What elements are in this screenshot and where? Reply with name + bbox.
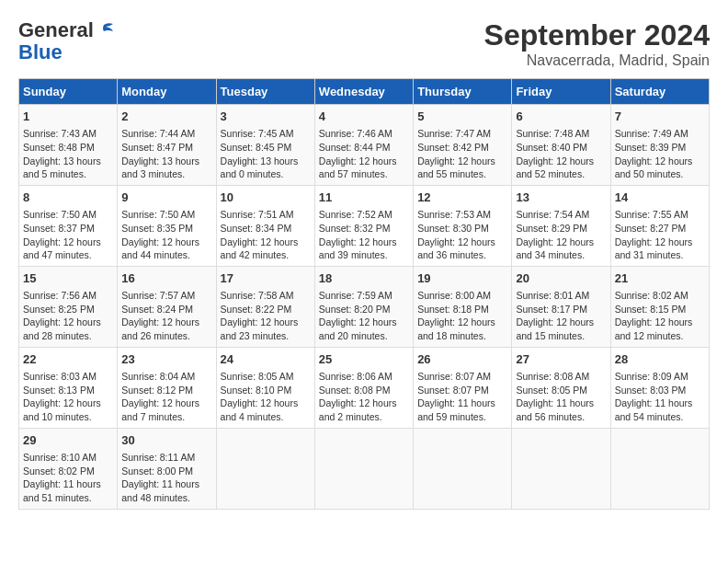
calendar-cell: 6Sunrise: 7:48 AM Sunset: 8:40 PM Daylig…	[512, 105, 610, 186]
logo: General Blue	[18, 18, 116, 63]
calendar-cell: 18Sunrise: 7:59 AM Sunset: 8:20 PM Dayli…	[314, 266, 413, 347]
calendar-cell	[512, 428, 610, 509]
day-info: Sunrise: 7:54 AM Sunset: 8:29 PM Dayligh…	[516, 208, 606, 262]
day-number: 28	[615, 351, 705, 368]
calendar-cell: 25Sunrise: 8:06 AM Sunset: 8:08 PM Dayli…	[314, 347, 413, 428]
day-info: Sunrise: 7:46 AM Sunset: 8:44 PM Dayligh…	[319, 127, 409, 181]
day-info: Sunrise: 7:58 AM Sunset: 8:22 PM Dayligh…	[221, 289, 311, 343]
calendar-cell: 24Sunrise: 8:05 AM Sunset: 8:10 PM Dayli…	[216, 347, 314, 428]
calendar-header-row: SundayMondayTuesdayWednesdayThursdayFrid…	[19, 79, 710, 105]
day-number: 18	[319, 270, 409, 287]
calendar-cell: 19Sunrise: 8:00 AM Sunset: 8:18 PM Dayli…	[414, 266, 512, 347]
calendar-cell: 20Sunrise: 8:01 AM Sunset: 8:17 PM Dayli…	[512, 266, 610, 347]
day-info: Sunrise: 7:48 AM Sunset: 8:40 PM Dayligh…	[516, 127, 606, 181]
logo-blue: Blue	[18, 42, 63, 63]
day-number: 16	[121, 270, 211, 287]
calendar-cell: 27Sunrise: 8:08 AM Sunset: 8:05 PM Dayli…	[512, 347, 610, 428]
calendar-cell: 28Sunrise: 8:09 AM Sunset: 8:03 PM Dayli…	[610, 347, 709, 428]
day-number: 11	[319, 190, 409, 206]
day-number: 30	[121, 432, 211, 449]
day-number: 27	[516, 351, 606, 368]
calendar-cell: 9Sunrise: 7:50 AM Sunset: 8:35 PM Daylig…	[118, 185, 216, 266]
calendar-cell: 7Sunrise: 7:49 AM Sunset: 8:39 PM Daylig…	[610, 105, 709, 186]
day-number: 5	[417, 109, 507, 125]
calendar-cell: 4Sunrise: 7:46 AM Sunset: 8:44 PM Daylig…	[314, 105, 413, 186]
calendar-cell: 10Sunrise: 7:51 AM Sunset: 8:34 PM Dayli…	[216, 185, 314, 266]
calendar-cell	[414, 428, 512, 509]
day-info: Sunrise: 8:06 AM Sunset: 8:08 PM Dayligh…	[319, 370, 409, 424]
day-info: Sunrise: 7:56 AM Sunset: 8:25 PM Dayligh…	[23, 289, 113, 343]
day-number: 20	[516, 270, 606, 287]
calendar-cell: 11Sunrise: 7:52 AM Sunset: 8:32 PM Dayli…	[314, 185, 413, 266]
day-number: 8	[23, 190, 113, 206]
calendar-cell: 21Sunrise: 8:02 AM Sunset: 8:15 PM Dayli…	[610, 266, 709, 347]
calendar-cell: 30Sunrise: 8:11 AM Sunset: 8:00 PM Dayli…	[118, 428, 216, 509]
day-info: Sunrise: 8:08 AM Sunset: 8:05 PM Dayligh…	[516, 370, 606, 424]
day-info: Sunrise: 7:52 AM Sunset: 8:32 PM Dayligh…	[319, 208, 409, 262]
day-number: 10	[221, 190, 311, 206]
calendar-cell: 5Sunrise: 7:47 AM Sunset: 8:42 PM Daylig…	[414, 105, 512, 186]
day-info: Sunrise: 8:01 AM Sunset: 8:17 PM Dayligh…	[516, 289, 606, 343]
day-info: Sunrise: 7:43 AM Sunset: 8:48 PM Dayligh…	[23, 127, 113, 181]
day-info: Sunrise: 7:59 AM Sunset: 8:20 PM Dayligh…	[319, 289, 409, 343]
header-wednesday: Wednesday	[314, 79, 413, 105]
day-info: Sunrise: 8:09 AM Sunset: 8:03 PM Dayligh…	[615, 370, 705, 424]
day-info: Sunrise: 7:45 AM Sunset: 8:45 PM Dayligh…	[221, 127, 311, 181]
calendar-week-row: 22Sunrise: 8:03 AM Sunset: 8:13 PM Dayli…	[19, 347, 710, 428]
day-number: 2	[121, 109, 211, 125]
calendar-table: SundayMondayTuesdayWednesdayThursdayFrid…	[18, 78, 710, 510]
day-info: Sunrise: 8:05 AM Sunset: 8:10 PM Dayligh…	[221, 370, 311, 424]
calendar-cell: 13Sunrise: 7:54 AM Sunset: 8:29 PM Dayli…	[512, 185, 610, 266]
day-number: 14	[615, 190, 705, 206]
calendar-week-row: 1Sunrise: 7:43 AM Sunset: 8:48 PM Daylig…	[19, 105, 710, 186]
calendar-cell: 29Sunrise: 8:10 AM Sunset: 8:02 PM Dayli…	[19, 428, 118, 509]
day-number: 13	[516, 190, 606, 206]
day-number: 21	[615, 270, 705, 287]
day-number: 29	[23, 432, 113, 449]
day-info: Sunrise: 7:51 AM Sunset: 8:34 PM Dayligh…	[221, 208, 311, 262]
header-sunday: Sunday	[19, 79, 118, 105]
calendar-cell: 12Sunrise: 7:53 AM Sunset: 8:30 PM Dayli…	[414, 185, 512, 266]
day-number: 9	[121, 190, 211, 206]
day-info: Sunrise: 8:07 AM Sunset: 8:07 PM Dayligh…	[417, 370, 507, 424]
header-monday: Monday	[118, 79, 216, 105]
calendar-cell: 17Sunrise: 7:58 AM Sunset: 8:22 PM Dayli…	[216, 266, 314, 347]
month-title: September 2024	[484, 18, 710, 52]
day-info: Sunrise: 8:04 AM Sunset: 8:12 PM Dayligh…	[121, 370, 211, 424]
calendar-cell: 23Sunrise: 8:04 AM Sunset: 8:12 PM Dayli…	[118, 347, 216, 428]
day-number: 15	[23, 270, 113, 287]
title-block: September 2024 Navacerrada, Madrid, Spai…	[484, 18, 710, 69]
day-number: 3	[221, 109, 311, 125]
day-number: 22	[23, 351, 113, 368]
day-info: Sunrise: 7:50 AM Sunset: 8:35 PM Dayligh…	[121, 208, 211, 262]
calendar-cell: 2Sunrise: 7:44 AM Sunset: 8:47 PM Daylig…	[118, 105, 216, 186]
header-friday: Friday	[512, 79, 610, 105]
day-number: 23	[121, 351, 211, 368]
day-info: Sunrise: 7:47 AM Sunset: 8:42 PM Dayligh…	[417, 127, 507, 181]
calendar-cell: 16Sunrise: 7:57 AM Sunset: 8:24 PM Dayli…	[118, 266, 216, 347]
day-info: Sunrise: 8:11 AM Sunset: 8:00 PM Dayligh…	[121, 451, 211, 505]
day-number: 24	[221, 351, 311, 368]
logo-general: General	[18, 18, 94, 42]
day-info: Sunrise: 8:00 AM Sunset: 8:18 PM Dayligh…	[417, 289, 507, 343]
day-info: Sunrise: 7:49 AM Sunset: 8:39 PM Dayligh…	[615, 127, 705, 181]
header-tuesday: Tuesday	[216, 79, 314, 105]
day-info: Sunrise: 8:03 AM Sunset: 8:13 PM Dayligh…	[23, 370, 113, 424]
page-header: General Blue September 2024 Navacerrada,…	[18, 18, 710, 69]
calendar-cell: 8Sunrise: 7:50 AM Sunset: 8:37 PM Daylig…	[19, 185, 118, 266]
header-thursday: Thursday	[414, 79, 512, 105]
day-number: 4	[319, 109, 409, 125]
day-number: 19	[417, 270, 507, 287]
calendar-week-row: 15Sunrise: 7:56 AM Sunset: 8:25 PM Dayli…	[19, 266, 710, 347]
day-number: 12	[417, 190, 507, 206]
day-info: Sunrise: 7:50 AM Sunset: 8:37 PM Dayligh…	[23, 208, 113, 262]
day-info: Sunrise: 7:55 AM Sunset: 8:27 PM Dayligh…	[615, 208, 705, 262]
day-number: 7	[615, 109, 705, 125]
day-info: Sunrise: 7:53 AM Sunset: 8:30 PM Dayligh…	[417, 208, 507, 262]
header-saturday: Saturday	[610, 79, 709, 105]
location-title: Navacerrada, Madrid, Spain	[484, 52, 710, 69]
calendar-week-row: 8Sunrise: 7:50 AM Sunset: 8:37 PM Daylig…	[19, 185, 710, 266]
calendar-cell	[216, 428, 314, 509]
logo-bird-icon	[95, 22, 115, 39]
calendar-cell: 1Sunrise: 7:43 AM Sunset: 8:48 PM Daylig…	[19, 105, 118, 186]
